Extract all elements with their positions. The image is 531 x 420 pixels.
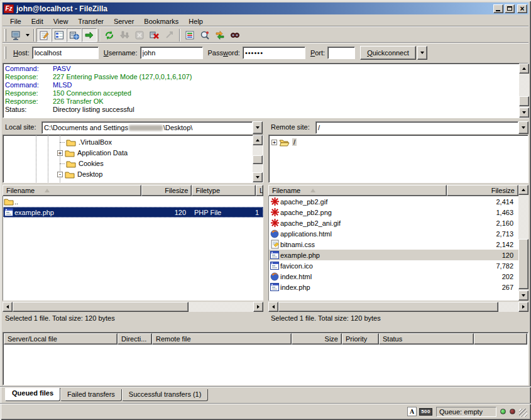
remote-site-combo[interactable]: / <box>315 121 528 134</box>
scrollbar-thumb[interactable] <box>518 239 528 289</box>
remote-file-row[interactable]: applications.html 2,713 <box>269 228 518 239</box>
toolbar-grip[interactable] <box>4 29 6 41</box>
local-site-dropdown-button[interactable] <box>253 121 263 134</box>
tab-failed-transfers[interactable]: Failed transfers <box>60 389 122 401</box>
scrollbar-thumb[interactable] <box>519 96 529 106</box>
scroll-right-button[interactable] <box>253 302 263 312</box>
password-input[interactable] <box>243 47 305 59</box>
tab-queued-files[interactable]: Queued files <box>5 388 60 401</box>
scroll-left-button[interactable] <box>3 302 13 312</box>
data-type-ascii-icon[interactable]: A <box>407 407 417 416</box>
column-header-last-modified[interactable]: L <box>256 185 263 196</box>
scrollbar-track[interactable] <box>519 74 529 108</box>
disconnect-button[interactable] <box>147 28 162 42</box>
toggle-remote-tree-button[interactable] <box>67 28 82 42</box>
scroll-left-button[interactable] <box>268 302 278 312</box>
menu-view[interactable]: View <box>48 17 74 26</box>
close-button[interactable]: × <box>517 4 527 13</box>
remote-file-row-selected[interactable]: example.php 120 <box>269 250 518 260</box>
refresh-button[interactable] <box>102 28 117 42</box>
reconnect-button[interactable] <box>162 28 177 42</box>
toggle-local-tree-button[interactable] <box>52 28 67 42</box>
local-tree-scrollbar[interactable] <box>253 135 263 182</box>
scrollbar-thumb[interactable] <box>278 302 498 312</box>
remote-file-row[interactable]: bitnami.css 2,142 <box>269 239 518 250</box>
menu-bookmarks[interactable]: Bookmarks <box>139 17 183 26</box>
remote-list-hscrollbar[interactable] <box>268 302 528 312</box>
remote-site-dropdown-button[interactable] <box>518 121 528 134</box>
find-files-button[interactable] <box>227 28 243 42</box>
tab-successful-transfers[interactable]: Successful transfers (1) <box>122 389 209 401</box>
remote-file-row[interactable]: index.php 267 <box>269 282 518 292</box>
column-header-filename[interactable]: Filename <box>268 185 447 196</box>
scrollbar-thumb[interactable] <box>13 302 189 312</box>
tree-item-cookies[interactable]: Cookies <box>60 158 104 169</box>
remote-site-path[interactable]: / <box>315 121 518 134</box>
cancel-operation-button[interactable] <box>132 28 147 42</box>
scroll-down-button[interactable] <box>519 108 529 118</box>
column-header-direction[interactable]: Directi... <box>118 333 152 345</box>
toggle-message-log-button[interactable] <box>36 28 52 42</box>
remote-file-row[interactable]: apache_pb2_ani.gif 2,160 <box>269 218 518 228</box>
scrollbar-track[interactable] <box>253 145 263 172</box>
quickconnect-button[interactable]: Quickconnect <box>360 46 416 60</box>
scrollbar-track[interactable] <box>518 195 528 290</box>
local-site-combo[interactable]: C:\Documents and Settings \Desktop\ <box>41 121 263 134</box>
site-manager-dropdown-button[interactable] <box>23 28 31 42</box>
tree-item-application-data[interactable]: + Application Data <box>57 148 128 158</box>
site-manager-button[interactable] <box>8 28 23 42</box>
remote-file-row[interactable]: index.html 202 <box>269 271 518 282</box>
local-file-row-parent[interactable]: .. <box>3 196 263 207</box>
quickconnect-grip[interactable] <box>4 47 6 59</box>
log-scrollbar[interactable] <box>519 64 529 118</box>
local-list-hscrollbar[interactable] <box>3 302 263 312</box>
scroll-up-button[interactable] <box>519 64 529 74</box>
scroll-right-button[interactable] <box>518 302 528 312</box>
resize-grip[interactable] <box>519 409 527 417</box>
remote-file-row[interactable]: apache_pb2.png 1,463 <box>269 207 518 218</box>
compare-directories-button[interactable] <box>197 28 212 42</box>
scrollbar-thumb[interactable] <box>253 155 263 164</box>
column-header-filename[interactable]: Filename <box>3 185 141 196</box>
scroll-up-button[interactable] <box>518 185 528 195</box>
scroll-down-button[interactable] <box>518 290 528 301</box>
port-input[interactable] <box>327 47 355 59</box>
menu-file[interactable]: File <box>5 17 26 26</box>
tree-expander-plus[interactable]: + <box>57 150 63 156</box>
remote-file-row[interactable]: apache_pb2.gif 2,414 <box>269 196 518 207</box>
toggle-transfer-queue-button[interactable] <box>82 28 97 42</box>
menu-help[interactable]: Help <box>183 17 208 26</box>
scrollbar-track[interactable] <box>278 302 518 312</box>
column-header-filetype[interactable]: Filetype <box>192 185 256 196</box>
column-header-status[interactable]: Status <box>379 333 474 345</box>
tree-item-desktop[interactable]: - Desktop <box>57 169 102 179</box>
column-header-priority[interactable]: Priority <box>342 333 379 345</box>
directory-listing-filters-button[interactable] <box>182 28 197 42</box>
minimize-button[interactable] <box>493 4 503 13</box>
menu-server[interactable]: Server <box>109 17 139 26</box>
local-file-row-selected[interactable]: example.php 120 PHP File 1 <box>3 207 263 218</box>
quickconnect-dropdown-button[interactable] <box>417 46 427 60</box>
process-queue-button[interactable] <box>117 28 132 42</box>
speed-limits-icon[interactable]: 500 <box>419 408 432 416</box>
column-header-filesize[interactable]: Filesize <box>141 185 192 196</box>
column-header-filesize[interactable]: Filesize <box>447 185 518 196</box>
synchronized-browsing-button[interactable] <box>212 28 227 42</box>
column-header-server-local-file[interactable]: Server/Local file <box>4 333 118 345</box>
column-header-remote-file[interactable]: Remote file <box>152 333 292 345</box>
tree-expander-minus[interactable]: - <box>57 172 63 177</box>
tree-item-root[interactable]: + / <box>271 137 297 147</box>
local-site-path[interactable]: C:\Documents and Settings \Desktop\ <box>41 121 253 134</box>
menu-edit[interactable]: Edit <box>26 17 48 26</box>
maximize-button[interactable] <box>505 4 515 13</box>
remote-file-row[interactable]: favicon.ico 7,782 <box>269 260 518 271</box>
scroll-up-button[interactable] <box>253 135 263 145</box>
scroll-down-button[interactable] <box>253 172 263 182</box>
tree-item-virtualbox[interactable]: .VirtualBox <box>60 137 112 147</box>
scrollbar-track[interactable] <box>13 302 253 312</box>
username-input[interactable] <box>140 47 203 59</box>
tree-expander-plus[interactable]: + <box>271 140 277 145</box>
column-header-size[interactable]: Size <box>292 333 342 345</box>
host-input[interactable] <box>32 47 99 59</box>
menu-transfer[interactable]: Transfer <box>73 17 109 26</box>
